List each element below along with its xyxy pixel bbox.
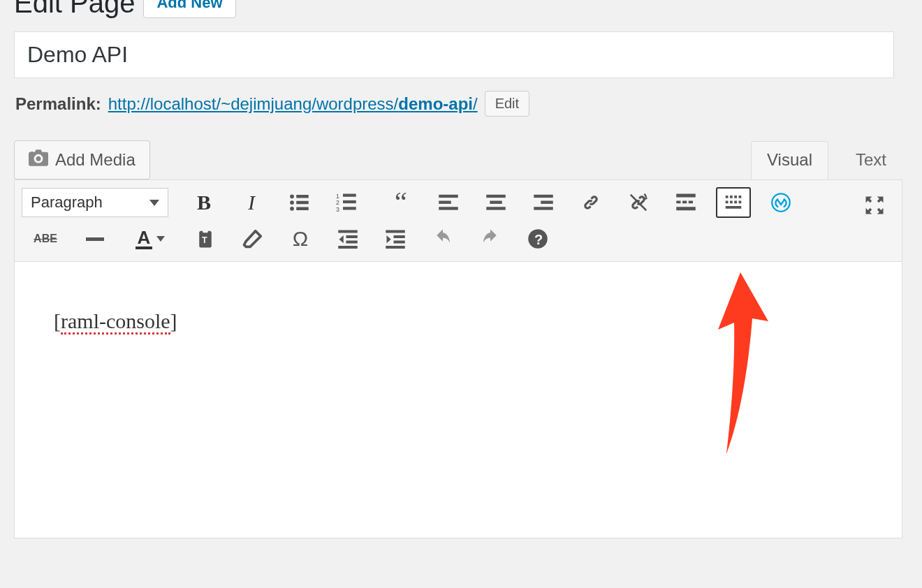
bulleted-list-button[interactable] <box>281 187 316 218</box>
svg-rect-42 <box>338 246 358 249</box>
shortcode-text: [raml-console] <box>54 309 177 335</box>
blockquote-button[interactable]: “ <box>383 187 418 218</box>
svg-rect-33 <box>739 201 742 204</box>
indent-button[interactable] <box>378 223 413 254</box>
clipboard-icon: T <box>195 228 216 249</box>
editor-content-area[interactable]: [raml-console] <box>15 262 902 538</box>
permalink-slug: demo-api <box>398 94 473 113</box>
svg-rect-20 <box>534 207 553 210</box>
svg-rect-28 <box>734 196 737 198</box>
svg-rect-23 <box>682 201 687 204</box>
svg-rect-1 <box>296 195 309 198</box>
edit-permalink-button[interactable]: Edit <box>485 91 529 117</box>
horizontal-rule-button[interactable] <box>78 223 112 254</box>
mulesoft-icon <box>770 192 791 213</box>
svg-text:?: ? <box>534 232 543 247</box>
undo-icon <box>432 228 453 249</box>
svg-rect-9 <box>343 200 356 203</box>
svg-rect-21 <box>676 194 696 198</box>
svg-rect-15 <box>486 195 506 198</box>
svg-rect-43 <box>386 230 405 233</box>
svg-rect-7 <box>343 194 356 197</box>
paste-text-button[interactable]: T <box>188 223 223 254</box>
numbered-list-button[interactable]: 123 <box>329 187 364 218</box>
strikethrough-button[interactable]: ABE <box>26 223 65 254</box>
italic-button[interactable]: I <box>234 187 269 218</box>
outdent-button[interactable] <box>330 223 365 254</box>
indent-icon <box>385 228 406 249</box>
svg-rect-17 <box>486 207 506 210</box>
chevron-down-icon <box>156 236 165 242</box>
help-button[interactable]: ? <box>520 223 555 254</box>
svg-rect-14 <box>439 207 458 210</box>
align-center-button[interactable] <box>478 187 513 218</box>
svg-rect-16 <box>490 201 502 204</box>
align-center-icon <box>485 192 506 213</box>
fullscreen-button[interactable] <box>857 190 892 221</box>
unlink-button[interactable] <box>621 187 656 218</box>
svg-rect-12 <box>439 195 458 198</box>
svg-point-35 <box>772 193 790 212</box>
svg-point-0 <box>290 194 294 198</box>
format-select[interactable]: Paragraph <box>22 188 168 217</box>
clear-formatting-button[interactable] <box>235 223 270 254</box>
page-title: Edit Page <box>14 0 135 19</box>
tab-visual[interactable]: Visual <box>751 141 828 179</box>
tab-text[interactable]: Text <box>840 141 902 179</box>
editor-container: Paragraph B I 123 “ <box>14 179 902 538</box>
italic-icon: I <box>248 191 255 214</box>
permalink-link[interactable]: http://localhost/~dejimjuang/wordpress/d… <box>108 94 478 114</box>
svg-rect-22 <box>676 201 680 204</box>
add-new-button[interactable]: Add New <box>143 0 235 18</box>
svg-rect-29 <box>739 196 742 198</box>
redo-icon <box>480 228 501 249</box>
svg-rect-18 <box>534 195 553 198</box>
align-left-icon <box>438 192 459 213</box>
svg-rect-44 <box>394 235 405 238</box>
post-title-input[interactable] <box>14 31 894 78</box>
link-icon <box>580 192 601 213</box>
svg-rect-30 <box>726 201 729 204</box>
text-color-button[interactable]: A <box>125 223 175 254</box>
toolbar-toggle-button[interactable] <box>716 187 751 218</box>
read-more-icon <box>675 192 696 213</box>
insert-link-button[interactable] <box>573 187 608 218</box>
svg-rect-3 <box>296 201 309 205</box>
svg-rect-32 <box>734 201 737 204</box>
insert-more-button[interactable] <box>668 187 703 218</box>
bold-button[interactable]: B <box>186 187 221 218</box>
mulesoft-api-button[interactable] <box>763 187 798 218</box>
redo-button[interactable] <box>473 223 508 254</box>
special-character-button[interactable]: Ω <box>283 223 318 254</box>
add-media-label: Add Media <box>55 150 136 170</box>
help-icon: ? <box>527 228 548 249</box>
strikethrough-icon: ABE <box>34 233 57 245</box>
svg-rect-25 <box>676 207 696 210</box>
svg-rect-31 <box>730 201 733 204</box>
permalink-base: http://localhost/~dejimjuang/wordpress/ <box>108 94 399 113</box>
permalink-row: Permalink: http://localhost/~dejimjuang/… <box>15 91 908 117</box>
align-right-button[interactable] <box>526 187 561 218</box>
undo-button[interactable] <box>425 223 460 254</box>
format-select-label: Paragraph <box>31 193 103 212</box>
add-media-button[interactable]: Add Media <box>14 140 150 179</box>
svg-rect-45 <box>394 241 405 244</box>
svg-rect-34 <box>726 206 742 209</box>
text-color-icon: A <box>136 228 153 249</box>
eraser-icon <box>242 228 263 249</box>
permalink-trailing: / <box>473 94 478 113</box>
svg-rect-40 <box>346 235 358 238</box>
chevron-down-icon <box>149 200 159 206</box>
svg-rect-5 <box>296 207 309 211</box>
svg-rect-26 <box>726 196 729 198</box>
omega-icon: Ω <box>293 227 308 251</box>
svg-text:T: T <box>202 235 207 245</box>
svg-rect-19 <box>541 201 553 204</box>
align-left-button[interactable] <box>431 187 466 218</box>
svg-rect-27 <box>730 196 733 198</box>
bold-icon: B <box>197 191 211 214</box>
bulleted-list-icon <box>288 192 309 213</box>
svg-point-4 <box>290 207 294 211</box>
svg-rect-41 <box>346 241 358 244</box>
align-right-icon <box>533 192 554 213</box>
